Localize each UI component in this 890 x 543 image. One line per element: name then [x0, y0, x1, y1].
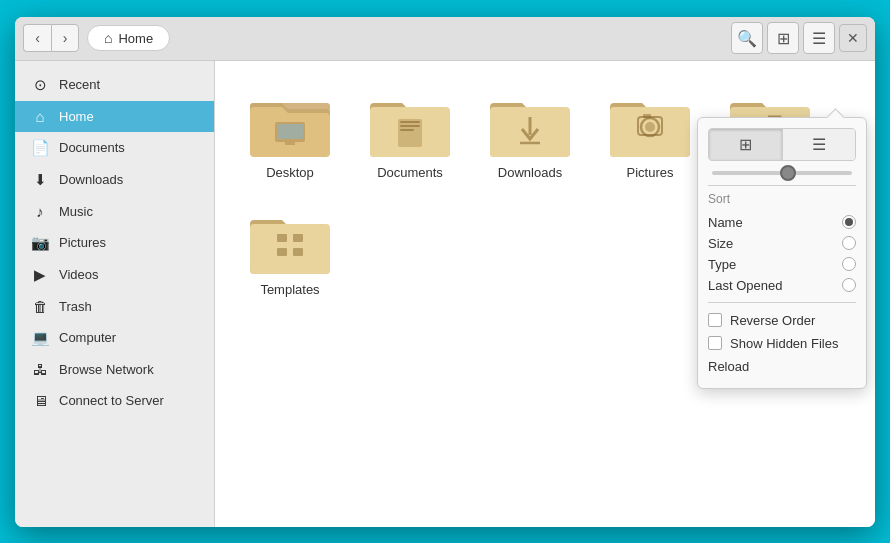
svg-rect-18 [293, 234, 303, 242]
folder-downloads[interactable]: Downloads [475, 81, 585, 188]
sidebar-label-trash: Trash [59, 299, 92, 314]
sort-name-radio[interactable] [842, 215, 856, 229]
grid-icon: ⊞ [739, 135, 752, 154]
sort-type-row[interactable]: Type [708, 254, 856, 275]
svg-rect-6 [398, 119, 422, 147]
sidebar-item-home[interactable]: ⌂ Home [15, 101, 214, 132]
sort-size-label: Size [708, 236, 733, 251]
nav-buttons: ‹ › [23, 24, 79, 52]
sidebar-label-videos: Videos [59, 267, 99, 282]
sort-popover: ⊞ ☰ Sort Name Size [697, 117, 867, 389]
folder-pictures-label: Pictures [627, 165, 674, 180]
close-button[interactable]: ✕ [839, 24, 867, 52]
svg-rect-17 [277, 234, 287, 242]
svg-rect-9 [400, 129, 414, 131]
sidebar: ⊙ Recent ⌂ Home 📄 Documents ⬇ Downloads … [15, 61, 215, 527]
titlebar-actions: 🔍 ⊞ ☰ ✕ [731, 22, 867, 54]
file-area: Desktop Documents [215, 61, 875, 527]
documents-icon: 📄 [31, 139, 49, 157]
svg-rect-7 [400, 121, 420, 123]
svg-point-13 [645, 122, 655, 132]
list-view-toggle[interactable]: ☰ [783, 129, 856, 160]
sidebar-label-browse-network: Browse Network [59, 362, 154, 377]
sidebar-item-pictures[interactable]: 📷 Pictures [15, 227, 214, 259]
main-content: ⊙ Recent ⌂ Home 📄 Documents ⬇ Downloads … [15, 61, 875, 527]
folder-pictures[interactable]: Pictures [595, 81, 705, 188]
svg-rect-20 [293, 248, 303, 256]
titlebar: ‹ › ⌂ Home 🔍 ⊞ ☰ ✕ [15, 17, 875, 61]
reverse-order-row[interactable]: Reverse Order [708, 309, 856, 332]
connect-server-icon: 🖥 [31, 392, 49, 409]
sidebar-label-pictures: Pictures [59, 235, 106, 250]
svg-rect-8 [400, 125, 420, 127]
sidebar-item-computer[interactable]: 💻 Computer [15, 322, 214, 354]
sidebar-item-documents[interactable]: 📄 Documents [15, 132, 214, 164]
zoom-slider[interactable] [712, 171, 852, 175]
sort-label: Sort [708, 192, 856, 206]
sort-last-opened-label: Last Opened [708, 278, 782, 293]
sidebar-label-recent: Recent [59, 77, 100, 92]
sidebar-label-music: Music [59, 204, 93, 219]
forward-button[interactable]: › [51, 24, 79, 52]
sidebar-label-documents: Documents [59, 140, 125, 155]
sort-type-label: Type [708, 257, 736, 272]
browse-network-icon: 🖧 [31, 361, 49, 378]
sidebar-label-home: Home [59, 109, 94, 124]
folder-desktop[interactable]: Desktop [235, 81, 345, 188]
reverse-order-label: Reverse Order [730, 313, 815, 328]
sidebar-item-music[interactable]: ♪ Music [15, 196, 214, 227]
sidebar-label-computer: Computer [59, 330, 116, 345]
folder-documents-label: Documents [377, 165, 443, 180]
folder-templates[interactable]: Templates [235, 198, 345, 305]
back-button[interactable]: ‹ [23, 24, 51, 52]
downloads-icon: ⬇ [31, 171, 49, 189]
svg-rect-15 [643, 114, 651, 118]
reverse-order-checkbox[interactable] [708, 313, 722, 327]
sort-name-row[interactable]: Name [708, 212, 856, 233]
sort-last-opened-radio[interactable] [842, 278, 856, 292]
videos-icon: ▶ [31, 266, 49, 284]
search-button[interactable]: 🔍 [731, 22, 763, 54]
home-icon: ⌂ [31, 108, 49, 125]
trash-icon: 🗑 [31, 298, 49, 315]
svg-rect-5 [285, 142, 295, 145]
home-icon: ⌂ [104, 30, 112, 46]
sort-last-opened-row[interactable]: Last Opened [708, 275, 856, 296]
sort-size-radio[interactable] [842, 236, 856, 250]
location-label: Home [118, 31, 153, 46]
sidebar-item-browse-network[interactable]: 🖧 Browse Network [15, 354, 214, 385]
reload-label: Reload [708, 359, 749, 374]
folder-documents[interactable]: Documents [355, 81, 465, 188]
sidebar-item-videos[interactable]: ▶ Videos [15, 259, 214, 291]
sidebar-item-connect-to-server[interactable]: 🖥 Connect to Server [15, 385, 214, 416]
list-icon: ☰ [812, 135, 826, 154]
sidebar-item-trash[interactable]: 🗑 Trash [15, 291, 214, 322]
svg-rect-4 [277, 124, 303, 139]
close-icon: ✕ [847, 30, 859, 46]
menu-button[interactable]: ☰ [803, 22, 835, 54]
show-hidden-label: Show Hidden Files [730, 336, 838, 351]
zoom-slider-row [708, 171, 856, 175]
computer-icon: 💻 [31, 329, 49, 347]
sort-size-row[interactable]: Size [708, 233, 856, 254]
show-hidden-checkbox[interactable] [708, 336, 722, 350]
grid-view-toggle[interactable]: ⊞ [709, 129, 783, 160]
pictures-icon: 📷 [31, 234, 49, 252]
sidebar-item-recent[interactable]: ⊙ Recent [15, 69, 214, 101]
location-pill[interactable]: ⌂ Home [87, 25, 170, 51]
sidebar-item-downloads[interactable]: ⬇ Downloads [15, 164, 214, 196]
reload-row[interactable]: Reload [708, 355, 856, 378]
show-hidden-row[interactable]: Show Hidden Files [708, 332, 856, 355]
folder-desktop-label: Desktop [266, 165, 314, 180]
folder-downloads-label: Downloads [498, 165, 562, 180]
popover-divider-2 [708, 302, 856, 303]
sort-type-radio[interactable] [842, 257, 856, 271]
recent-icon: ⊙ [31, 76, 49, 94]
main-window: ‹ › ⌂ Home 🔍 ⊞ ☰ ✕ [15, 17, 875, 527]
grid-view-button[interactable]: ⊞ [767, 22, 799, 54]
grid-icon: ⊞ [777, 29, 790, 48]
folder-templates-label: Templates [260, 282, 319, 297]
sort-name-label: Name [708, 215, 743, 230]
view-toggle: ⊞ ☰ [708, 128, 856, 161]
svg-rect-19 [277, 248, 287, 256]
